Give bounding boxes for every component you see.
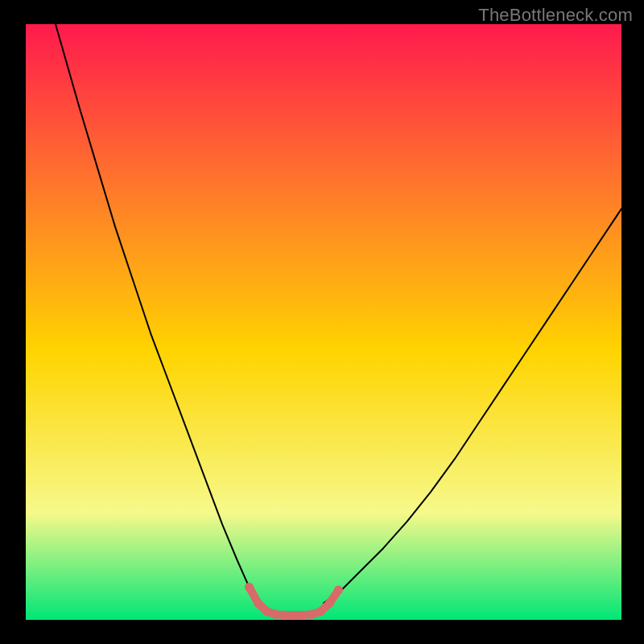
series-low-valley-dot [325, 599, 334, 608]
plot-background [26, 24, 621, 620]
series-low-valley-dot [254, 599, 262, 608]
series-low-valley-dot [290, 611, 299, 620]
series-low-valley-dot [308, 610, 316, 619]
series-low-valley-dot [316, 607, 325, 616]
series-low-valley-dot [262, 607, 271, 616]
watermark-text: TheBottleneck.com [478, 5, 633, 26]
series-low-valley-dot [334, 586, 343, 595]
chart-stage: TheBottleneck.com [0, 0, 644, 644]
series-low-valley-dot [299, 611, 308, 620]
plot-svg [0, 0, 644, 644]
series-low-valley-dot [271, 610, 280, 619]
series-low-valley-dot [245, 583, 254, 592]
series-low-valley-dot [280, 611, 289, 620]
